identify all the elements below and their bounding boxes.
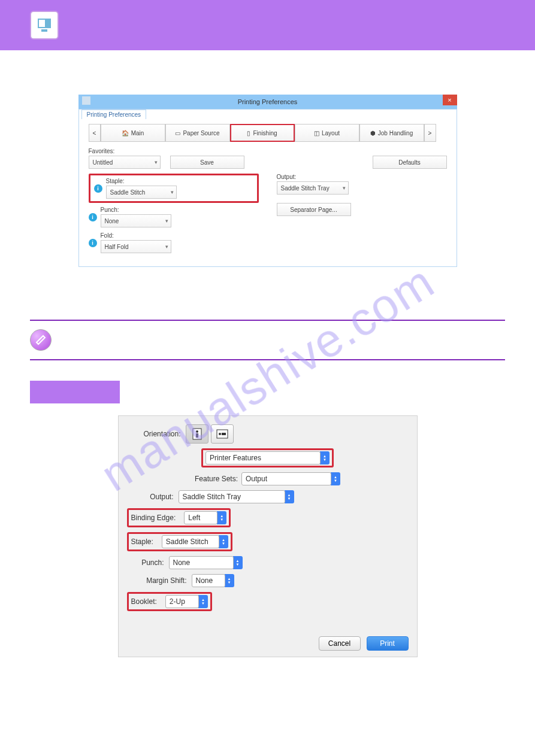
svg-rect-1 bbox=[39, 20, 45, 27]
booklet-select[interactable]: 2-Up bbox=[165, 595, 199, 608]
job-icon: ⬢ bbox=[370, 130, 376, 136]
tab-paper-source[interactable]: ▭Paper Source bbox=[165, 124, 230, 142]
tab-finishing[interactable]: ▯Finishing bbox=[230, 124, 295, 142]
cancel-button[interactable]: Cancel bbox=[319, 636, 361, 651]
save-button[interactable]: Save bbox=[170, 156, 244, 169]
staple-highlight: i Staple: Saddle Stitch bbox=[89, 174, 259, 203]
favorites-label: Favorites: bbox=[89, 148, 161, 154]
spinner-icon[interactable] bbox=[198, 595, 208, 608]
spinner-icon[interactable] bbox=[233, 556, 243, 569]
booklet-label: Booklet: bbox=[131, 597, 157, 606]
output-label: Output: bbox=[277, 174, 447, 180]
svg-point-4 bbox=[196, 430, 198, 433]
margin-shift-label: Margin Shift: bbox=[127, 576, 187, 585]
defaults-button[interactable]: Defaults bbox=[373, 156, 447, 169]
binding-edge-select[interactable]: Left bbox=[184, 511, 217, 524]
printer-icon bbox=[82, 96, 90, 105]
feature-sets-select[interactable]: Output bbox=[241, 472, 331, 485]
close-button[interactable]: × bbox=[443, 95, 457, 105]
mac-dialog: Orientation: Printer Features Feature Se… bbox=[118, 415, 418, 657]
staple-select[interactable]: Saddle Stitch bbox=[162, 535, 219, 548]
separator-page-button[interactable]: Separator Page... bbox=[277, 203, 351, 216]
svg-rect-5 bbox=[196, 433, 198, 438]
punch-select[interactable]: None bbox=[101, 214, 171, 227]
divider bbox=[30, 320, 505, 321]
svg-rect-2 bbox=[41, 29, 47, 32]
spinner-icon[interactable] bbox=[331, 472, 340, 485]
inner-tab[interactable]: Printing Preferences bbox=[81, 110, 147, 119]
spinner-icon[interactable] bbox=[217, 511, 226, 524]
punch-select[interactable]: None bbox=[169, 556, 234, 569]
info-icon: i bbox=[89, 213, 97, 221]
staple-highlight: Staple: Saddle Stitch bbox=[127, 532, 232, 551]
fold-select[interactable]: Half Fold bbox=[101, 240, 171, 253]
output-select[interactable]: Saddle Stitch Tray bbox=[179, 490, 285, 503]
feature-sets-label: Feature Sets: bbox=[195, 475, 238, 483]
svg-point-7 bbox=[219, 433, 221, 435]
staple-select[interactable]: Saddle Stitch bbox=[106, 186, 177, 199]
spinner-icon[interactable] bbox=[225, 574, 234, 587]
nav-prev[interactable]: < bbox=[89, 124, 101, 142]
tab-layout[interactable]: ◫Layout bbox=[295, 124, 359, 142]
spinner-icon[interactable] bbox=[285, 490, 294, 503]
info-icon: i bbox=[94, 184, 102, 193]
fold-label: Fold: bbox=[101, 232, 259, 239]
note-row bbox=[30, 329, 505, 351]
note-icon bbox=[30, 329, 52, 351]
output-select[interactable]: Saddle Stitch Tray bbox=[277, 181, 349, 195]
page-icon: ▯ bbox=[247, 130, 250, 136]
favorites-select[interactable]: Untitled bbox=[89, 156, 161, 169]
punch-label: Punch: bbox=[101, 207, 259, 213]
spinner-icon[interactable] bbox=[320, 451, 330, 464]
info-icon: i bbox=[89, 239, 97, 247]
tab-nav: < 🏠Main ▭Paper Source ▯Finishing ◫Layout… bbox=[89, 124, 447, 142]
section-label-block bbox=[30, 381, 120, 403]
windows-titlebar: Printing Preferences × bbox=[78, 95, 457, 109]
output-label: Output: bbox=[127, 493, 174, 501]
windows-dialog: Printing Preferences × Printing Preferen… bbox=[78, 95, 457, 267]
tab-job-handling[interactable]: ⬢Job Handling bbox=[359, 124, 424, 142]
printer-features-highlight: Printer Features bbox=[201, 448, 334, 467]
margin-shift-select[interactable]: None bbox=[192, 574, 225, 587]
print-button[interactable]: Print bbox=[367, 636, 409, 651]
printer-features-select[interactable]: Printer Features bbox=[205, 451, 321, 464]
punch-label: Punch: bbox=[127, 558, 164, 567]
orientation-portrait[interactable] bbox=[186, 424, 208, 444]
svg-rect-8 bbox=[222, 433, 226, 435]
home-icon: 🏠 bbox=[122, 130, 129, 136]
nav-next[interactable]: > bbox=[424, 124, 436, 142]
staple-label: Staple: bbox=[131, 538, 153, 546]
orientation-landscape[interactable] bbox=[211, 424, 234, 444]
tab-main[interactable]: 🏠Main bbox=[101, 124, 165, 142]
section-icon bbox=[30, 11, 59, 40]
booklet-highlight: Booklet: 2-Up bbox=[127, 592, 212, 611]
divider bbox=[30, 359, 505, 360]
staple-label: Staple: bbox=[106, 178, 253, 184]
binding-edge-label: Binding Edge: bbox=[131, 514, 176, 522]
layout-icon: ◫ bbox=[314, 130, 319, 136]
windows-title: Printing Preferences bbox=[238, 98, 298, 105]
tray-icon: ▭ bbox=[175, 130, 180, 136]
orientation-label: Orientation: bbox=[127, 430, 181, 438]
binding-edge-highlight: Binding Edge: Left bbox=[127, 508, 231, 527]
topbar bbox=[0, 0, 535, 50]
spinner-icon[interactable] bbox=[219, 535, 228, 548]
